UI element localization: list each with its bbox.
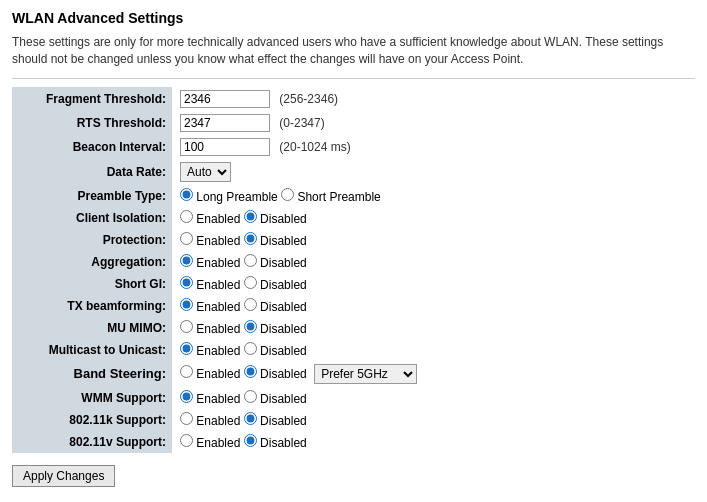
80211k-disabled-label[interactable]: Disabled bbox=[244, 414, 307, 428]
beacon-interval-hint: (20-1024 ms) bbox=[279, 140, 350, 154]
multicast-unicast-disabled-label[interactable]: Disabled bbox=[244, 344, 307, 358]
short-gi-disabled-text: Disabled bbox=[260, 278, 307, 292]
aggregation-row: Aggregation: Enabled Disabled bbox=[12, 251, 695, 273]
aggregation-disabled-label[interactable]: Disabled bbox=[244, 256, 307, 270]
mu-mimo-enabled-label[interactable]: Enabled bbox=[180, 322, 244, 336]
data-rate-row: Data Rate: Auto 1 2 5.5 6 9 11 12 18 24 … bbox=[12, 159, 695, 185]
short-gi-row: Short GI: Enabled Disabled bbox=[12, 273, 695, 295]
preamble-short-label[interactable]: Short Preamble bbox=[281, 190, 381, 204]
short-gi-enabled-label[interactable]: Enabled bbox=[180, 278, 244, 292]
multicast-unicast-row: Multicast to Unicast: Enabled Disabled bbox=[12, 339, 695, 361]
multicast-unicast-enabled-radio[interactable] bbox=[180, 342, 193, 355]
protection-enabled-radio[interactable] bbox=[180, 232, 193, 245]
beacon-interval-input[interactable] bbox=[180, 138, 270, 156]
80211v-enabled-text: Enabled bbox=[196, 436, 240, 450]
fragment-threshold-value-cell: (256-2346) bbox=[172, 87, 695, 111]
protection-disabled-radio[interactable] bbox=[244, 232, 257, 245]
aggregation-label: Aggregation: bbox=[12, 251, 172, 273]
aggregation-enabled-radio[interactable] bbox=[180, 254, 193, 267]
band-steering-enabled-radio[interactable] bbox=[180, 365, 193, 378]
settings-table: Fragment Threshold: (256-2346) RTS Thres… bbox=[12, 87, 695, 453]
band-steering-label: Band Steering: bbox=[12, 361, 172, 387]
tx-beamforming-disabled-radio[interactable] bbox=[244, 298, 257, 311]
multicast-unicast-enabled-label[interactable]: Enabled bbox=[180, 344, 244, 358]
80211v-enabled-radio[interactable] bbox=[180, 434, 193, 447]
tx-beamforming-disabled-label[interactable]: Disabled bbox=[244, 300, 307, 314]
wmm-support-enabled-radio[interactable] bbox=[180, 390, 193, 403]
tx-beamforming-enabled-label[interactable]: Enabled bbox=[180, 300, 244, 314]
80211k-enabled-label[interactable]: Enabled bbox=[180, 414, 244, 428]
protection-disabled-text: Disabled bbox=[260, 234, 307, 248]
mu-mimo-disabled-label[interactable]: Disabled bbox=[244, 322, 307, 336]
mu-mimo-disabled-radio[interactable] bbox=[244, 320, 257, 333]
80211k-support-label: 802.11k Support: bbox=[12, 409, 172, 431]
client-isolation-enabled-label[interactable]: Enabled bbox=[180, 212, 244, 226]
preamble-short-text: Short Preamble bbox=[297, 190, 380, 204]
mu-mimo-value-cell: Enabled Disabled bbox=[172, 317, 695, 339]
80211v-support-label: 802.11v Support: bbox=[12, 431, 172, 453]
80211v-enabled-label[interactable]: Enabled bbox=[180, 436, 244, 450]
preamble-short-radio[interactable] bbox=[281, 188, 294, 201]
short-gi-enabled-radio[interactable] bbox=[180, 276, 193, 289]
preamble-long-text: Long Preamble bbox=[196, 190, 277, 204]
tx-beamforming-label: TX beamforming: bbox=[12, 295, 172, 317]
client-isolation-disabled-label[interactable]: Disabled bbox=[244, 212, 307, 226]
aggregation-disabled-radio[interactable] bbox=[244, 254, 257, 267]
short-gi-value-cell: Enabled Disabled bbox=[172, 273, 695, 295]
rts-threshold-value-cell: (0-2347) bbox=[172, 111, 695, 135]
band-steering-enabled-label[interactable]: Enabled bbox=[180, 367, 244, 381]
preamble-long-radio[interactable] bbox=[180, 188, 193, 201]
wmm-support-disabled-text: Disabled bbox=[260, 392, 307, 406]
aggregation-enabled-text: Enabled bbox=[196, 256, 240, 270]
band-steering-disabled-radio[interactable] bbox=[244, 365, 257, 378]
short-gi-label: Short GI: bbox=[12, 273, 172, 295]
wmm-support-disabled-radio[interactable] bbox=[244, 390, 257, 403]
80211v-disabled-label[interactable]: Disabled bbox=[244, 436, 307, 450]
tx-beamforming-enabled-radio[interactable] bbox=[180, 298, 193, 311]
mu-mimo-enabled-radio[interactable] bbox=[180, 320, 193, 333]
short-gi-enabled-text: Enabled bbox=[196, 278, 240, 292]
data-rate-label: Data Rate: bbox=[12, 159, 172, 185]
client-isolation-disabled-text: Disabled bbox=[260, 212, 307, 226]
client-isolation-label: Client Isolation: bbox=[12, 207, 172, 229]
apply-changes-button[interactable]: Apply Changes bbox=[12, 465, 115, 487]
mu-mimo-disabled-text: Disabled bbox=[260, 322, 307, 336]
beacon-interval-row: Beacon Interval: (20-1024 ms) bbox=[12, 135, 695, 159]
multicast-unicast-disabled-radio[interactable] bbox=[244, 342, 257, 355]
short-gi-disabled-label[interactable]: Disabled bbox=[244, 278, 307, 292]
multicast-unicast-value-cell: Enabled Disabled bbox=[172, 339, 695, 361]
80211k-disabled-radio[interactable] bbox=[244, 412, 257, 425]
preamble-type-label: Preamble Type: bbox=[12, 185, 172, 207]
wmm-support-enabled-label[interactable]: Enabled bbox=[180, 392, 244, 406]
tx-beamforming-enabled-text: Enabled bbox=[196, 300, 240, 314]
80211k-disabled-text: Disabled bbox=[260, 414, 307, 428]
band-steering-disabled-label[interactable]: Disabled bbox=[244, 367, 310, 381]
fragment-threshold-hint: (256-2346) bbox=[279, 92, 338, 106]
fragment-threshold-input[interactable] bbox=[180, 90, 270, 108]
client-isolation-enabled-text: Enabled bbox=[196, 212, 240, 226]
protection-enabled-label[interactable]: Enabled bbox=[180, 234, 244, 248]
aggregation-enabled-label[interactable]: Enabled bbox=[180, 256, 244, 270]
preamble-type-value-cell: Long Preamble Short Preamble bbox=[172, 185, 695, 207]
band-steering-disabled-text: Disabled bbox=[260, 367, 307, 381]
80211k-enabled-text: Enabled bbox=[196, 414, 240, 428]
data-rate-select[interactable]: Auto 1 2 5.5 6 9 11 12 18 24 36 48 54 bbox=[180, 162, 231, 182]
preamble-long-label[interactable]: Long Preamble bbox=[180, 190, 281, 204]
protection-disabled-label[interactable]: Disabled bbox=[244, 234, 307, 248]
multicast-unicast-enabled-text: Enabled bbox=[196, 344, 240, 358]
rts-threshold-input[interactable] bbox=[180, 114, 270, 132]
rts-threshold-label: RTS Threshold: bbox=[12, 111, 172, 135]
band-steering-preference-select[interactable]: Prefer 5GHz Prefer 2.4GHz Balance bbox=[314, 364, 417, 384]
multicast-unicast-label: Multicast to Unicast: bbox=[12, 339, 172, 361]
80211v-disabled-radio[interactable] bbox=[244, 434, 257, 447]
wmm-support-disabled-label[interactable]: Disabled bbox=[244, 392, 307, 406]
client-isolation-disabled-radio[interactable] bbox=[244, 210, 257, 223]
short-gi-disabled-radio[interactable] bbox=[244, 276, 257, 289]
client-isolation-enabled-radio[interactable] bbox=[180, 210, 193, 223]
wmm-support-label: WMM Support: bbox=[12, 387, 172, 409]
80211k-enabled-radio[interactable] bbox=[180, 412, 193, 425]
tx-beamforming-row: TX beamforming: Enabled Disabled bbox=[12, 295, 695, 317]
protection-value-cell: Enabled Disabled bbox=[172, 229, 695, 251]
beacon-interval-value-cell: (20-1024 ms) bbox=[172, 135, 695, 159]
data-rate-value-cell: Auto 1 2 5.5 6 9 11 12 18 24 36 48 54 bbox=[172, 159, 695, 185]
